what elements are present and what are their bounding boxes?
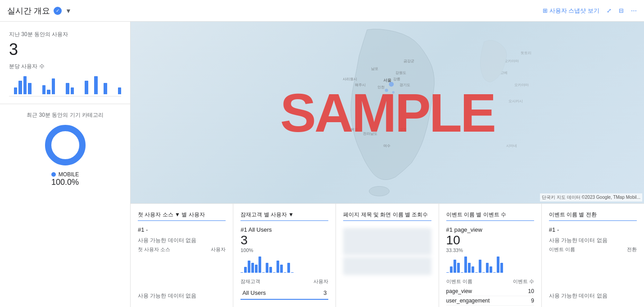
card-page-blurred2 [343,257,431,275]
device-category-card: 최근 30분 동안의 기기 카테고리 MOBILE 100.0% [0,104,130,194]
event-row-1: page_view 10 [446,287,534,296]
all-users-label: All Users [242,289,266,296]
card-conversion-footer: 사용 가능한 데이터 없음 [549,292,637,300]
left-panel: 지난 30분 동안의 사용자 3 분당 사용자 수 최근 30분 동안의 기기 … [0,22,131,307]
card-first-user-source-rank: #1 - [138,226,226,233]
card-conversion-header: 이벤트 이름 전환 [549,246,637,253]
share-icon[interactable]: ⊟ [619,7,624,14]
all-users-value: 3 [323,289,327,296]
card-event-count: 이벤트 이름 별 이벤트 수 #1 page_view 10 33.33% 이벤… [439,204,542,307]
card-potential-title[interactable]: 잠재고객 별 사용자 ▼ [240,211,328,221]
card-first-user-source-nodata1: 사용 가능한 데이터 없음 [138,237,226,244]
card-event-table: 이벤트 이름 이벤트 수 page_view 10 user_engagemen… [446,278,534,307]
card-potential-table: 잠재고객 사용자 All Users 3 [240,278,328,300]
card-potential-rank: #1 All Users [240,226,328,233]
card-potential-header: 잠재고객 사용자 [240,278,328,285]
card-first-user-footer: 사용 가능한 데이터 없음 [138,292,226,300]
conv-col1: 이벤트 이름 [549,246,575,253]
card-event-count-rank: #1 page_view [446,226,534,233]
card-event-header: 이벤트 이름 이벤트 수 [446,278,534,285]
svg-text:오카야마: 오카야마 [514,83,529,87]
card-potential-value: 3 [240,233,248,247]
potential-col2: 사용자 [313,278,328,285]
card-page-title-label[interactable]: 페이지 제목 및 화면 이름 별 조회수 [343,211,431,221]
svg-text:오사카시: 오사카시 [508,99,523,103]
donut-chart [43,123,88,168]
event-row-2: user_engagement 9 [446,296,534,306]
users-metric-card: 지난 30분 동안의 사용자 3 분당 사용자 수 [0,22,130,104]
header-title-text: 실시간 개요 [7,5,50,16]
potential-col1: 잠재고객 [240,278,260,285]
map-attribution: 단국키 지도 데이터 ©2023 Google, TMap Mobil... [540,193,642,202]
map-section: 강원도 강릉 서울 경기도 인천 전라남도 여수 목포 영천 해주시 사리원시 … [131,22,644,203]
card-first-user-source-title[interactable]: 첫 사용자 소스 ▼ 별 사용자 [138,211,226,221]
card-event-conversion-nodata: 사용 가능한 데이터 없음 [549,237,637,244]
conv-col2: 전환 [627,246,637,253]
card-event-chart [446,257,534,273]
card-potential-pct: 100% [240,247,328,253]
header-title: 실시간 개요 ✓ ▼ [7,5,72,16]
users-30min-label: 지난 30분 동안의 사용자 [9,31,121,38]
svg-text:시마네: 시마네 [506,144,517,148]
expand-icon[interactable]: ⤢ [607,7,612,14]
col1-label: 첫 사용자 소스 [138,246,170,253]
event-col1: 이벤트 이름 [446,278,472,285]
card-event-count-value: 10 [446,233,460,247]
mobile-legend-dot [51,172,56,177]
event-col2: 이벤트 수 [513,278,534,285]
mobile-legend-label: MOBILE [59,171,79,178]
event-row2-name: user_engagement [446,298,490,304]
main-container: 지난 30분 동안의 사용자 3 분당 사용자 수 최근 30분 동안의 기기 … [0,22,644,307]
per-minute-label: 분당 사용자 수 [9,63,121,70]
snapshot-label: 사용자 스냅샷 보기 [549,7,599,15]
event-row1-name: page_view [446,288,472,294]
card-conversion-table: 이벤트 이름 전환 [549,246,637,255]
users-30min-value: 3 [9,40,121,59]
card-potential-chart [240,257,328,273]
sample-watermark: SAMPLE [280,82,494,144]
more-icon[interactable]: ⋯ [631,7,637,14]
donut-legend: MOBILE [51,171,79,178]
cards-row: 첫 사용자 소스 ▼ 별 사용자 #1 - 사용 가능한 데이터 없음 첫 사용… [131,203,644,307]
status-check-icon: ✓ [54,7,62,15]
card-event-conversion-rank: #1 - [549,226,637,233]
map-background: 강원도 강릉 서울 경기도 인천 전라남도 여수 목포 영천 해주시 사리원시 … [131,22,644,203]
device-category-label: 최근 30분 동안의 기기 카테고리 [27,111,104,119]
per-minute-chart [9,74,121,96]
card-first-user-header: 첫 사용자 소스 사용자 [138,246,226,253]
card-event-count-pct: 33.33% [446,247,534,253]
card-event-count-title[interactable]: 이벤트 이름 별 이벤트 수 [446,211,534,221]
card-page-blurred [343,228,431,255]
card-event-conversion-title[interactable]: 이벤트 이름 별 전환 [549,211,637,221]
snapshot-icon: ⊞ [543,7,548,14]
card-first-user-source: 첫 사용자 소스 ▼ 별 사용자 #1 - 사용 가능한 데이터 없음 첫 사용… [131,204,233,307]
content-area: 강원도 강릉 서울 경기도 인천 전라남도 여수 목포 영천 해주시 사리원시 … [131,22,644,307]
col2-label: 사용자 [211,246,226,253]
header-badge: ✓ [54,7,62,15]
svg-point-0 [48,128,82,162]
svg-text:돗토리: 돗토리 [521,51,531,55]
all-users-row: All Users 3 [240,287,328,300]
event-row1-value: 10 [528,288,534,294]
snapshot-button[interactable]: ⊞ 사용자 스냅샷 보기 [543,7,599,15]
header-right: ⊞ 사용자 스냅샷 보기 ⤢ ⊟ ⋯ [543,7,637,15]
card-potential-customer: 잠재고객 별 사용자 ▼ #1 All Users 3 100% 잠재고객 사용… [233,204,336,307]
card-first-user-table: 첫 사용자 소스 사용자 [138,246,226,255]
card-event-conversion: 이벤트 이름 별 전환 #1 - 사용 가능한 데이터 없음 이벤트 이름 전환… [542,204,644,307]
mobile-percentage: 100.0% [51,178,79,187]
card-page-title: 페이지 제목 및 화면 이름 별 조회수 [336,204,439,307]
dropdown-arrow-icon[interactable]: ▼ [65,7,72,14]
event-row2-value: 9 [531,298,534,304]
header: 실시간 개요 ✓ ▼ ⊞ 사용자 스냅샷 보기 ⤢ ⊟ ⋯ [0,0,644,22]
svg-text:오카아마: 오카아마 [504,59,519,63]
